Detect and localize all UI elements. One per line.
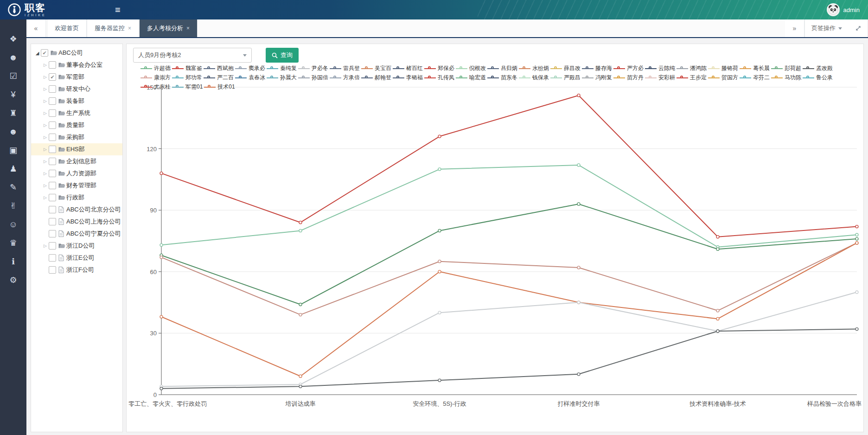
legend-item[interactable]: 李铬福 <box>393 75 423 81</box>
tree-expander-icon[interactable]: ▷ <box>42 183 49 188</box>
tree-expander-icon[interactable]: ▷ <box>42 135 49 140</box>
tree-expander-icon[interactable]: ◢ <box>34 51 41 56</box>
legend-item[interactable]: 袁春冰 <box>235 75 265 81</box>
tree-item[interactable]: ABC公司宁夏分公司 <box>31 228 122 240</box>
legend-item[interactable]: 喻宏道 <box>456 75 486 81</box>
tree-item[interactable]: ▷EHS部 <box>31 143 122 155</box>
tree-item[interactable]: ABC公司北京分公司 <box>31 204 122 216</box>
legend-item[interactable]: 吕归炳 <box>487 65 517 71</box>
tree-checkbox[interactable] <box>49 218 56 225</box>
tree-expander-icon[interactable]: ▷ <box>42 147 49 152</box>
tree-expander-icon[interactable]: ▷ <box>42 111 49 115</box>
legend-item[interactable]: 尤东桂 <box>140 84 171 90</box>
tree-item[interactable]: 浙江E公司 <box>31 252 122 264</box>
tree-expander-icon[interactable]: ▷ <box>42 75 49 79</box>
fullscreen-button[interactable] <box>849 19 868 37</box>
legend-item[interactable]: 严二百 <box>204 75 234 81</box>
tree-checkbox[interactable] <box>49 158 56 165</box>
tree-item[interactable]: ▷浙江D公司 <box>31 240 122 252</box>
tab-欢迎首页[interactable]: 欢迎首页 <box>47 19 87 37</box>
tree-checkbox[interactable] <box>49 242 56 249</box>
tree-item[interactable]: ◢✔ABC公司 <box>31 47 122 59</box>
legend-item[interactable]: 郑功常 <box>172 75 202 81</box>
legend-item[interactable]: 安彩耕 <box>645 75 675 81</box>
legend-item[interactable]: 许超德 <box>140 65 171 71</box>
tree-checkbox[interactable] <box>49 97 56 105</box>
tree-checkbox[interactable] <box>49 206 56 213</box>
sidebar-briefcase-icon[interactable]: ▣ <box>0 141 26 160</box>
tree-expander-icon[interactable]: ▷ <box>42 171 49 176</box>
tree-item[interactable]: ▷装备部 <box>31 95 122 107</box>
tree-checkbox[interactable]: ✔ <box>41 49 48 57</box>
tree-item[interactable]: ▷✔军需部 <box>31 71 122 83</box>
legend-item[interactable]: 楮百红 <box>393 65 423 71</box>
tree-item[interactable]: ▷人力资源部 <box>31 167 122 179</box>
tree-expander-icon[interactable]: ▷ <box>42 159 49 164</box>
legend-item[interactable]: 郝翰登 <box>361 75 391 81</box>
tree-item[interactable]: ▷采购部 <box>31 131 122 143</box>
tree-checkbox[interactable] <box>49 85 56 93</box>
tree-item[interactable]: ▷质量部 <box>31 119 122 131</box>
tab-服务器监控[interactable]: 服务器监控× <box>87 19 139 37</box>
tabs-operations-button[interactable]: 页签操作 <box>804 19 849 37</box>
legend-item[interactable]: 窦承必 <box>235 65 265 71</box>
legend-item[interactable]: 冯刚复 <box>582 75 612 81</box>
tree-checkbox[interactable] <box>49 170 56 177</box>
sidebar-settings-gear-icon[interactable]: ⚙ <box>0 271 26 289</box>
legend-item[interactable]: 苗方丹 <box>613 75 644 81</box>
sidebar-trophy-icon[interactable]: ♛ <box>0 234 26 252</box>
user-avatar[interactable] <box>827 3 840 16</box>
legend-item[interactable]: 蓦长晨 <box>740 65 770 71</box>
sidebar-org-structure-icon[interactable]: ❖ <box>0 30 26 48</box>
legend-item[interactable]: 军需01 <box>172 84 203 90</box>
legend-item[interactable]: 雷兵登 <box>330 65 360 71</box>
tree-item[interactable]: ▷生产系统 <box>31 107 122 119</box>
legend-item[interactable]: 贺国方 <box>708 75 738 81</box>
legend-item[interactable]: 技术01 <box>204 84 235 90</box>
tree-checkbox[interactable] <box>49 230 56 237</box>
tree-checkbox[interactable] <box>49 266 56 274</box>
legend-item[interactable]: 岑芬二 <box>740 75 770 81</box>
legend-item[interactable]: 潘鸿陈 <box>677 65 707 71</box>
tree-expander-icon[interactable]: ▷ <box>42 123 49 128</box>
legend-item[interactable]: 彭荷超 <box>771 65 801 71</box>
tab-close-icon[interactable]: × <box>128 25 131 32</box>
sidebar-podium-person-icon[interactable]: ♟ <box>0 160 26 178</box>
legend-item[interactable]: 滕铬荷 <box>708 65 738 71</box>
sidebar-user-icon[interactable]: ☺ <box>0 215 26 234</box>
legend-item[interactable]: 马功陈 <box>771 75 801 81</box>
tree-item[interactable]: ▷企划信息部 <box>31 155 122 167</box>
sidebar-info-icon[interactable]: ℹ <box>0 252 26 271</box>
tree-checkbox[interactable] <box>49 122 56 129</box>
tree-expander-icon[interactable]: ▷ <box>42 243 49 248</box>
legend-item[interactable]: 孟改殿 <box>803 65 833 71</box>
legend-item[interactable]: 孙晨大 <box>267 75 297 81</box>
tree-item[interactable]: ABC公司上海分公司 <box>31 216 122 228</box>
legend-item[interactable]: 孙国倍 <box>298 75 328 81</box>
tree-checkbox[interactable]: ✔ <box>49 73 56 81</box>
legend-item[interactable]: 孔传凤 <box>424 75 454 81</box>
sidebar-team-icon[interactable]: ☻ <box>0 122 26 141</box>
legend-item[interactable]: 尹必冬 <box>298 65 328 71</box>
legend-item[interactable]: 西斌抱 <box>204 65 234 71</box>
tree-checkbox[interactable] <box>49 134 56 141</box>
tree-expander-icon[interactable]: ▷ <box>42 99 49 103</box>
legend-item[interactable]: 薛昌改 <box>550 65 581 71</box>
tree-item[interactable]: ▷研发中心 <box>31 83 122 95</box>
tree-checkbox[interactable] <box>49 182 56 189</box>
sidebar-salary-yen-icon[interactable]: ¥ <box>0 85 26 104</box>
sidebar-bank-icon[interactable]: ♜ <box>0 104 26 122</box>
legend-item[interactable]: 康崇方 <box>140 75 171 81</box>
tree-checkbox[interactable] <box>49 254 56 262</box>
legend-item[interactable]: 钱保承 <box>519 75 549 81</box>
legend-item[interactable]: 郑保必 <box>424 65 454 71</box>
legend-item[interactable]: 严殿昌 <box>550 75 581 81</box>
performance-line-chart[interactable]: 0306090120150零工亡、零火灾、零行政处罚培训达成率安全环境、5S)-… <box>127 44 864 432</box>
tree-item[interactable]: ▷财务管理部 <box>31 179 122 192</box>
hamburger-menu-icon[interactable]: ≡ <box>115 5 121 15</box>
tabs-scroll-right-button[interactable]: » <box>785 19 804 37</box>
tab-close-icon[interactable]: × <box>186 25 190 32</box>
sidebar-talent-icon[interactable]: ✌ <box>0 197 26 215</box>
legend-item[interactable]: 水纷炳 <box>519 65 549 71</box>
tree-checkbox[interactable] <box>49 146 56 153</box>
